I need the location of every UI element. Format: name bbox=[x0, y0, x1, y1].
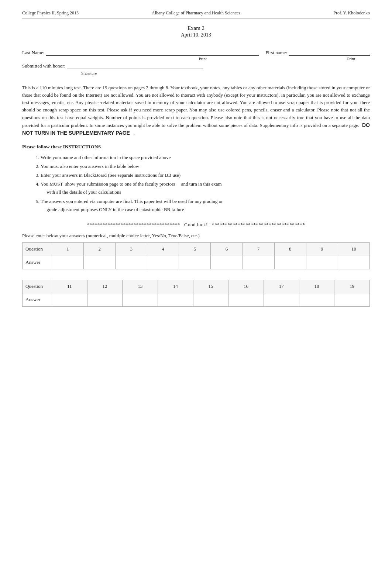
last-name-line[interactable] bbox=[46, 50, 259, 56]
honor-label: Submitted with honor: bbox=[22, 63, 65, 69]
exam-title: Exam 2 bbox=[22, 25, 370, 31]
instructions-section: Please follow these INSTRUCTIONS Write y… bbox=[22, 144, 370, 214]
header-left: College Physics II, Spring 2013 bbox=[22, 10, 138, 16]
table2-a17[interactable] bbox=[264, 293, 299, 306]
good-luck-text: Good luck! bbox=[184, 222, 208, 227]
table2-q18: 18 bbox=[299, 280, 334, 293]
answer-table-1: Question 1 2 3 4 5 6 7 8 9 10 Answer bbox=[22, 242, 370, 269]
table2-q14: 14 bbox=[158, 280, 193, 293]
table2-answer-label: Answer bbox=[23, 293, 52, 306]
name-row: Last Name: First name: bbox=[22, 50, 370, 56]
table2-q13: 13 bbox=[123, 280, 158, 293]
table1-a7[interactable] bbox=[243, 256, 274, 269]
instructions-heading: Please follow these INSTRUCTIONS bbox=[22, 144, 370, 150]
table2-a16[interactable] bbox=[228, 293, 264, 306]
table2-q15: 15 bbox=[193, 280, 228, 293]
table1-a4[interactable] bbox=[147, 256, 179, 269]
table1-q9: 9 bbox=[306, 242, 338, 256]
table2-a18[interactable] bbox=[299, 293, 334, 306]
body-text-content: This is a 110 minutes long test. There a… bbox=[22, 85, 370, 136]
table1-q8: 8 bbox=[274, 242, 306, 256]
header-bar: College Physics II, Spring 2013 Albany C… bbox=[22, 10, 370, 18]
first-name-line[interactable] bbox=[289, 50, 370, 56]
table1-a10[interactable] bbox=[338, 256, 369, 269]
title-section: Exam 2 April 10, 2013 bbox=[22, 25, 370, 38]
print-label-left: Print bbox=[58, 56, 347, 61]
table1-q7: 7 bbox=[243, 242, 274, 256]
table1-q10: 10 bbox=[338, 242, 369, 256]
table1-q1: 1 bbox=[52, 242, 84, 256]
table1-q4: 4 bbox=[147, 242, 179, 256]
form-fields: Last Name: First name: Print Print Submi… bbox=[22, 50, 370, 76]
table1-q5: 5 bbox=[179, 242, 211, 256]
honor-line[interactable] bbox=[67, 63, 203, 69]
table1-answer-row: Answer bbox=[23, 256, 370, 269]
table1-a9[interactable] bbox=[306, 256, 338, 269]
signature-label: Signature bbox=[81, 71, 97, 75]
print-row: Print Print bbox=[22, 56, 370, 61]
table2-a11[interactable] bbox=[52, 293, 87, 306]
first-name-label: First name: bbox=[265, 50, 287, 56]
table2-question-row: Question 11 12 13 14 15 16 17 18 19 bbox=[23, 280, 370, 293]
stars-left: ************************************ bbox=[87, 222, 180, 227]
table1-q2: 2 bbox=[84, 242, 116, 256]
stars-right: ************************************ bbox=[212, 222, 305, 227]
header-right: Prof. Y. Kholodenko bbox=[254, 10, 370, 16]
table2-q16: 16 bbox=[228, 280, 264, 293]
table2-q11: 11 bbox=[52, 280, 87, 293]
table1-a3[interactable] bbox=[116, 256, 147, 269]
exam-date: April 10, 2013 bbox=[22, 32, 370, 38]
instruction-5: The answers you entered via computer are… bbox=[41, 197, 370, 214]
last-name-label: Last Name: bbox=[22, 50, 44, 56]
signature-row: Signature bbox=[22, 70, 370, 76]
table2-answer-row: Answer bbox=[23, 293, 370, 306]
instruction-3: Enter your answers in BlackBoard (See se… bbox=[41, 171, 370, 179]
instructions-list: Write your name and other information in… bbox=[41, 154, 370, 214]
table1-a2[interactable] bbox=[84, 256, 116, 269]
table1-question-row: Question 1 2 3 4 5 6 7 8 9 10 bbox=[23, 242, 370, 256]
body-text: This is a 110 minutes long test. There a… bbox=[22, 84, 370, 137]
print-label-right: Print bbox=[347, 56, 355, 61]
table1-a8[interactable] bbox=[274, 256, 306, 269]
instruction-1: Write your name and other information in… bbox=[41, 154, 370, 162]
table1-q6: 6 bbox=[211, 242, 243, 256]
answer-table-2: Question 11 12 13 14 15 16 17 18 19 Answ… bbox=[22, 280, 370, 307]
table2-a13[interactable] bbox=[123, 293, 158, 306]
table2-a15[interactable] bbox=[193, 293, 228, 306]
table1-question-label: Question bbox=[23, 242, 52, 256]
table2-q17: 17 bbox=[264, 280, 299, 293]
table2-a14[interactable] bbox=[158, 293, 193, 306]
good-luck-bar: ************************************ Goo… bbox=[22, 222, 370, 228]
table2-q12: 12 bbox=[87, 280, 123, 293]
table2-a19[interactable] bbox=[334, 293, 370, 306]
table1-a1[interactable] bbox=[52, 256, 84, 269]
enter-answers-text: Please enter below your answers (numeric… bbox=[22, 233, 370, 239]
table1-a6[interactable] bbox=[211, 256, 243, 269]
header-center: Albany College of Pharmacy and Health Sc… bbox=[138, 10, 254, 16]
instruction-4: You MUST show your submission page to on… bbox=[41, 180, 370, 196]
table1-a5[interactable] bbox=[179, 256, 211, 269]
honor-row: Submitted with honor: bbox=[22, 63, 370, 69]
table2-q19: 19 bbox=[334, 280, 370, 293]
table1-answer-label: Answer bbox=[23, 256, 52, 269]
table2-a12[interactable] bbox=[87, 293, 123, 306]
instruction-2: You must also enter you answers in the t… bbox=[41, 162, 370, 170]
table1-q3: 3 bbox=[116, 242, 147, 256]
do-not-turn: DO NOT TURN IN THE SUPPLEMENTARY PAGE bbox=[22, 122, 370, 136]
table2-question-label: Question bbox=[23, 280, 52, 293]
